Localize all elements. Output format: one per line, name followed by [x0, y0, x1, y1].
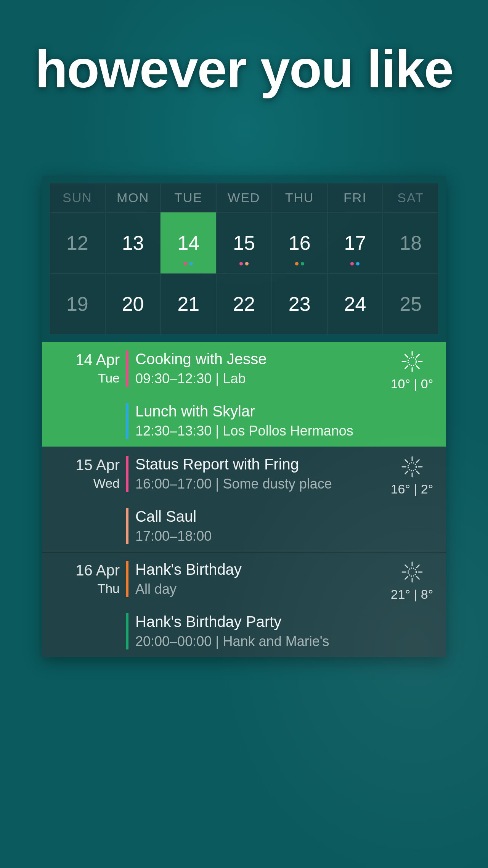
calendar-day[interactable]: 20 [105, 273, 161, 334]
svg-line-4 [405, 366, 408, 369]
month-grid: SUNMONTUEWEDTHUFRISAT 121314151617181920… [42, 175, 446, 342]
event-title: Call Saul [135, 508, 383, 525]
event-dot [295, 262, 299, 265]
agenda-weather: 10° | 0° [383, 342, 446, 447]
event-dot [239, 262, 243, 265]
day-number: 14 [177, 231, 199, 254]
agenda-event[interactable]: Hank's BirthdayAll day [126, 553, 383, 605]
agenda-date: 15 Apr [42, 457, 120, 474]
sun-icon [401, 350, 423, 373]
agenda-events: Cooking with Jesse09:30–12:30 | LabLunch… [126, 342, 383, 447]
event-text: Call Saul17:00–18:00 [135, 508, 383, 544]
agenda-day-header: 14 AprTue [42, 342, 126, 447]
event-title: Cooking with Jesse [135, 350, 383, 368]
event-color-bar [126, 508, 128, 544]
event-color-bar [126, 613, 128, 649]
agenda-event[interactable]: Cooking with Jesse09:30–12:30 | Lab [126, 342, 383, 394]
day-number: 20 [122, 293, 144, 315]
weather-temp: 16° | 2° [383, 482, 441, 497]
calendar-day[interactable]: 23 [272, 273, 327, 334]
agenda-event[interactable]: Lunch with Skylar12:30–13:30 | Los Pollo… [126, 394, 383, 447]
calendar-day[interactable]: 24 [327, 273, 383, 334]
calendar-day[interactable]: 19 [50, 273, 105, 334]
svg-point-9 [408, 463, 416, 471]
calendar-day[interactable]: 21 [161, 273, 216, 334]
agenda-event[interactable]: Hank's Birthday Party20:00–00:00 | Hank … [126, 605, 383, 657]
calendar-day[interactable]: 15 [216, 212, 272, 273]
sun-icon [401, 561, 423, 583]
calendar-day[interactable]: 25 [383, 273, 438, 334]
event-dot [189, 262, 193, 265]
event-dot [356, 262, 360, 265]
weekday-header: MON [105, 183, 161, 212]
agenda-dow: Wed [42, 476, 120, 491]
svg-line-13 [405, 471, 408, 474]
event-color-bar [126, 561, 128, 597]
agenda-day: 15 AprWedStatus Report with Fring16:00–1… [42, 447, 446, 552]
weekday-header: WED [216, 183, 272, 212]
day-number: 17 [344, 231, 366, 254]
event-text: Hank's BirthdayAll day [135, 561, 383, 597]
event-subtitle: 09:30–12:30 | Lab [135, 371, 383, 387]
event-color-bar [126, 350, 128, 387]
day-number: 21 [177, 293, 199, 315]
weekday-header: FRI [327, 183, 383, 212]
event-dots [295, 262, 304, 265]
day-number: 15 [233, 231, 255, 254]
day-number: 23 [289, 293, 311, 315]
sun-icon [401, 456, 423, 478]
event-color-bar [126, 403, 128, 439]
event-title: Hank's Birthday Party [135, 613, 383, 630]
weekday-header: TUE [161, 183, 216, 212]
svg-line-11 [416, 471, 419, 474]
svg-line-22 [405, 577, 408, 579]
svg-line-2 [416, 366, 419, 369]
agenda-date: 14 Apr [42, 351, 120, 368]
day-number: 13 [122, 231, 144, 254]
event-dot [350, 262, 354, 265]
day-number: 22 [233, 293, 255, 315]
day-number: 18 [400, 231, 422, 254]
event-subtitle: 17:00–18:00 [135, 528, 383, 544]
event-text: Status Report with Fring16:00–17:00 | So… [135, 456, 383, 492]
agenda-day-header: 15 AprWed [42, 447, 126, 552]
event-dots [184, 262, 193, 265]
calendar-day[interactable]: 22 [216, 273, 272, 334]
calendar-day[interactable]: 18 [383, 212, 438, 273]
event-dot [245, 262, 249, 265]
day-number: 25 [400, 293, 422, 315]
agenda-day: 14 AprTueCooking with Jesse09:30–12:30 |… [42, 342, 446, 447]
event-dots [350, 262, 360, 265]
event-text: Cooking with Jesse09:30–12:30 | Lab [135, 350, 383, 387]
event-title: Lunch with Skylar [135, 403, 383, 420]
agenda-event[interactable]: Call Saul17:00–18:00 [126, 500, 383, 552]
weekday-header-row: SUNMONTUEWEDTHUFRISAT [50, 183, 438, 212]
weather-temp: 10° | 0° [383, 376, 441, 391]
agenda-dow: Tue [42, 371, 120, 386]
calendar-day[interactable]: 17 [327, 212, 383, 273]
agenda-event[interactable]: Status Report with Fring16:00–17:00 | So… [126, 447, 383, 500]
event-color-bar [126, 456, 128, 492]
svg-line-24 [405, 565, 408, 568]
day-number: 16 [289, 231, 311, 254]
calendar-day-today[interactable]: 14 [161, 212, 216, 273]
svg-point-18 [408, 568, 416, 576]
agenda-date: 16 Apr [42, 562, 120, 579]
svg-line-8 [416, 355, 419, 357]
day-number: 12 [66, 231, 88, 254]
event-subtitle: 16:00–17:00 | Some dusty place [135, 476, 383, 492]
agenda-day: 16 AprThuHank's BirthdayAll dayHank's Bi… [42, 552, 446, 657]
calendar-day[interactable]: 12 [50, 212, 105, 273]
agenda-list: 14 AprTueCooking with Jesse09:30–12:30 |… [42, 342, 446, 657]
day-number: 24 [344, 293, 366, 315]
agenda-day-header: 16 AprThu [42, 553, 126, 657]
calendar-day[interactable]: 16 [272, 212, 327, 273]
weather-temp: 21° | 8° [383, 587, 441, 602]
promo-headline: however you like [0, 38, 488, 100]
calendar-day[interactable]: 13 [105, 212, 161, 273]
agenda-weather: 16° | 2° [383, 447, 446, 552]
agenda-weather: 21° | 8° [383, 553, 446, 657]
agenda-dow: Thu [42, 581, 120, 596]
event-dots [239, 262, 249, 265]
agenda-events: Hank's BirthdayAll dayHank's Birthday Pa… [126, 553, 383, 657]
